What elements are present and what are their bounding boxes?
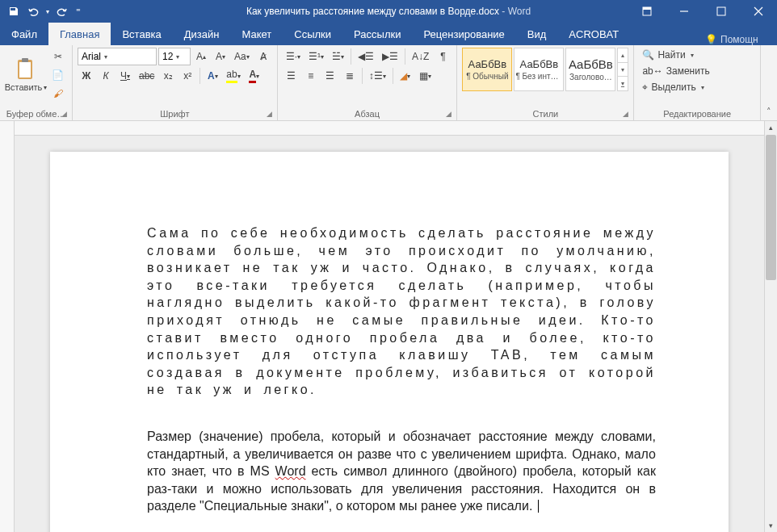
style-heading1[interactable]: АаБбВв Заголово…: [565, 48, 615, 91]
tell-me-input[interactable]: [720, 34, 769, 45]
tab-review[interactable]: Рецензирование: [412, 23, 515, 45]
line-spacing-button[interactable]: ↕☰▾: [366, 67, 389, 85]
styles-scroller: ▴ ▾ ▾̲: [617, 48, 628, 91]
font-size-combo[interactable]: 12▾: [158, 48, 191, 65]
ribbon: Вставить▾ ✂ 📄 🖌 Буфер обме…◢ Arial▾ 12▾ …: [0, 45, 777, 121]
paragraph-1: Сама по себе необходимость сделать расст…: [147, 224, 656, 399]
styles-expand[interactable]: ▾̲: [618, 77, 628, 90]
save-button[interactable]: [5, 2, 23, 20]
search-icon: 🔍: [642, 49, 654, 61]
redo-button[interactable]: [53, 2, 71, 20]
tab-insert[interactable]: Вставка: [111, 23, 172, 45]
tab-acrobat[interactable]: ACROBAT: [557, 23, 630, 45]
indent-icon: ▶☰: [382, 51, 398, 62]
svg-rect-3: [717, 7, 725, 15]
outdent-icon: ◀☰: [358, 51, 374, 62]
numbering-button[interactable]: ☰¹▾: [305, 48, 327, 65]
superscript-button[interactable]: x²: [178, 67, 196, 85]
tab-mailings[interactable]: Рассылки: [342, 23, 412, 45]
minimize-button[interactable]: [666, 0, 703, 23]
numbering-icon: ☰¹: [309, 51, 321, 62]
qat-customize[interactable]: ⁼: [73, 2, 84, 20]
font-launcher[interactable]: ◢: [267, 110, 272, 118]
grow-font-button[interactable]: A▴: [192, 48, 210, 65]
replace-icon: ab↔: [642, 65, 662, 77]
collapse-ribbon-button[interactable]: ˄: [766, 107, 771, 117]
paragraph-label: Абзац: [355, 109, 380, 119]
strikethrough-button[interactable]: abc: [136, 67, 158, 85]
styles-launcher[interactable]: ◢: [623, 110, 628, 118]
underline-button[interactable]: Ч▾: [116, 67, 134, 85]
group-styles: АаБбВв ¶ Обычный АаБбВв ¶ Без инте… АаБб…: [457, 45, 634, 120]
scroll-thumb[interactable]: [766, 135, 776, 280]
group-paragraph: ☰·▾ ☰¹▾ ☱▾ ◀☰ ▶☰ A↓Z ¶ ☰ ≡ ☰ ≣ ↕☰▾ ◢▾ ▦▾: [278, 45, 458, 120]
scroll-down-button[interactable]: ▾: [765, 519, 777, 532]
increase-indent-button[interactable]: ▶☰: [379, 48, 401, 65]
brush-icon: 🖌: [53, 88, 63, 99]
pilcrow-icon: ¶: [440, 51, 445, 62]
text-effects-button[interactable]: A▾: [204, 67, 221, 85]
tab-home[interactable]: Главная: [48, 23, 111, 45]
ribbon-display-button[interactable]: [628, 0, 666, 23]
highlighter-icon: ab: [226, 69, 237, 83]
clear-formatting-button[interactable]: A̷: [254, 48, 272, 65]
align-right-button[interactable]: ☰: [321, 67, 339, 85]
vertical-ruler[interactable]: [0, 121, 15, 532]
paste-button[interactable]: Вставить▾: [5, 48, 47, 101]
close-button[interactable]: [740, 0, 777, 23]
scroll-up-button[interactable]: ▴: [765, 121, 777, 134]
sort-button[interactable]: A↓Z: [409, 48, 432, 65]
change-case-button[interactable]: Aa▾: [231, 48, 253, 65]
maximize-button[interactable]: [703, 0, 740, 23]
editing-label: Редактирование: [663, 109, 731, 119]
cut-button[interactable]: ✂: [48, 48, 67, 65]
italic-button[interactable]: К: [97, 67, 115, 85]
copy-button[interactable]: 📄: [48, 66, 67, 84]
styles-scroll-down[interactable]: ▾: [618, 63, 628, 77]
spellcheck-word: Word: [275, 464, 306, 478]
clipboard-launcher[interactable]: ◢: [61, 110, 67, 118]
cursor-icon: ⌖: [642, 82, 648, 93]
paste-label: Вставить: [5, 82, 43, 92]
tab-references[interactable]: Ссылки: [283, 23, 342, 45]
tell-me-search[interactable]: 💡: [697, 34, 777, 45]
multilevel-button[interactable]: ☱▾: [329, 48, 347, 65]
show-marks-button[interactable]: ¶: [434, 48, 452, 65]
justify-button[interactable]: ≣: [341, 67, 359, 85]
tab-view[interactable]: Вид: [516, 23, 558, 45]
lightbulb-icon: 💡: [705, 34, 717, 45]
font-color-button[interactable]: A▾: [246, 67, 263, 85]
clipboard-label: Буфер обме…: [6, 109, 66, 119]
bullets-button[interactable]: ☰·▾: [283, 48, 304, 65]
borders-icon: ▦: [419, 70, 428, 82]
shrink-font-button[interactable]: A▾: [212, 48, 229, 65]
multilevel-icon: ☱: [332, 51, 341, 62]
bold-button[interactable]: Ж: [78, 67, 95, 85]
format-painter-button[interactable]: 🖌: [48, 85, 67, 103]
find-button[interactable]: 🔍Найти▾: [639, 48, 755, 62]
document-page[interactable]: Сама по себе необходимость сделать расст…: [50, 152, 729, 532]
undo-dropdown[interactable]: ▾: [44, 2, 52, 20]
svg-rect-1: [643, 7, 651, 10]
select-button[interactable]: ⌖Выделить▾: [639, 80, 755, 94]
scroll-track[interactable]: [765, 281, 777, 519]
paragraph-launcher[interactable]: ◢: [446, 110, 452, 118]
style-normal[interactable]: АаБбВв ¶ Обычный: [462, 48, 512, 91]
font-name-combo[interactable]: Arial▾: [78, 48, 157, 65]
undo-button[interactable]: [24, 2, 42, 20]
tab-design[interactable]: Дизайн: [173, 23, 231, 45]
horizontal-ruler[interactable]: [15, 121, 764, 136]
borders-button[interactable]: ▦▾: [416, 67, 435, 85]
decrease-indent-button[interactable]: ◀☰: [355, 48, 377, 65]
subscript-button[interactable]: x₂: [159, 67, 177, 85]
tab-layout[interactable]: Макет: [230, 23, 283, 45]
shading-button[interactable]: ◢▾: [397, 67, 414, 85]
tab-file[interactable]: Файл: [0, 23, 48, 45]
align-left-button[interactable]: ☰: [283, 67, 300, 85]
replace-button[interactable]: ab↔Заменить: [639, 64, 755, 78]
page-viewport[interactable]: Сама по себе необходимость сделать расст…: [15, 136, 764, 532]
align-center-button[interactable]: ≡: [302, 67, 320, 85]
style-no-spacing[interactable]: АаБбВв ¶ Без инте…: [514, 48, 564, 91]
styles-scroll-up[interactable]: ▴: [618, 48, 628, 63]
highlight-button[interactable]: ab▾: [223, 67, 243, 85]
